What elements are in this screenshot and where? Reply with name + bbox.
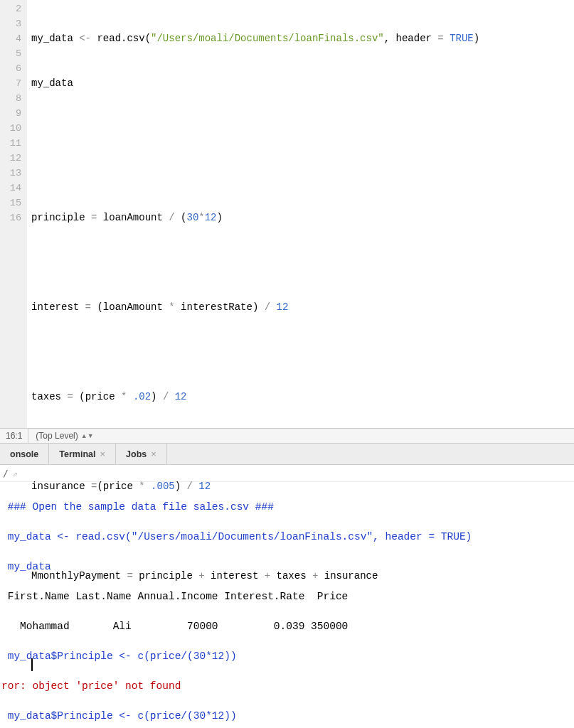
console-line: my_data$Principle <- c(price/(30*12))	[1, 709, 573, 724]
line-gutter: 2345678910111213141516	[0, 0, 27, 428]
code-area[interactable]: my_data <- read.csv("/Users/moali/Docume…	[27, 0, 574, 428]
source-editor[interactable]: 2345678910111213141516 my_data <- read.c…	[0, 0, 574, 428]
cursor-position: 16:1	[0, 429, 28, 443]
popout-icon[interactable]: ⇗	[13, 469, 18, 478]
text-cursor	[31, 658, 33, 671]
